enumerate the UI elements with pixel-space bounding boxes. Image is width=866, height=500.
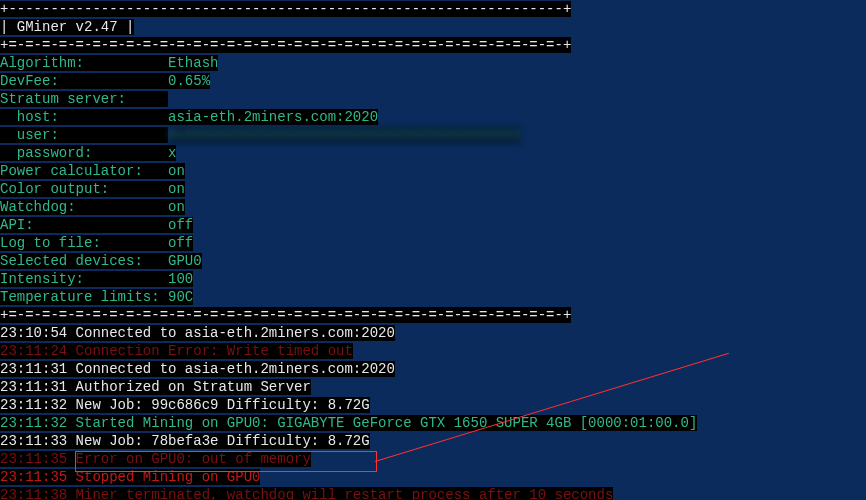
log-line: 23:11:31 Connected to asia-eth.2miners.c… — [0, 361, 395, 377]
log-line: 23:11:24 Connection Error: Write timed o… — [0, 343, 353, 359]
config-label: Selected devices: — [0, 253, 168, 269]
config-value: 90C — [168, 289, 193, 305]
config-value: 0xXXXXXXXXXXXXXXXXXXXXXXXXXXXXXXXXXXXXXX… — [168, 127, 521, 143]
config-label: Algorithm: — [0, 55, 168, 71]
log-line: 23:11:31 Authorized on Stratum Server — [0, 379, 311, 395]
terminal-output: +---------------------------------------… — [0, 0, 866, 500]
log-line: 23:11:35 Stopped Mining on GPU0 — [0, 469, 260, 485]
config-value: off — [168, 217, 193, 233]
config-label: Power calculator: — [0, 163, 168, 179]
log-line: 23:10:54 Connected to asia-eth.2miners.c… — [0, 325, 395, 341]
config-label: Log to file: — [0, 235, 168, 251]
config-label: API: — [0, 217, 168, 233]
config-value: GPU0 — [168, 253, 202, 269]
log-line: 23:11:38 Miner terminated, watchdog will… — [0, 487, 613, 500]
log-section: 23:10:54 Connected to asia-eth.2miners.c… — [0, 324, 866, 500]
config-value: on — [168, 181, 185, 197]
config-value: asia-eth.2miners.com:2020 — [168, 109, 378, 125]
config-value: Ethash — [168, 55, 218, 71]
config-label: Intensity: — [0, 271, 168, 287]
config-section: Algorithm: EthashDevFee: 0.65%Stratum se… — [0, 54, 866, 306]
config-value: on — [168, 163, 185, 179]
config-value: 100 — [168, 271, 193, 287]
config-label: DevFee: — [0, 73, 168, 89]
banner-border-top: +---------------------------------------… — [0, 1, 571, 17]
config-value: on — [168, 199, 185, 215]
log-line: 23:11:35 Error on GPU0: out of memory — [0, 451, 311, 467]
config-label: Watchdog: — [0, 199, 168, 215]
config-value: x — [168, 145, 176, 161]
log-divider: +=-=-=-=-=-=-=-=-=-=-=-=-=-=-=-=-=-=-=-=… — [0, 307, 571, 323]
log-line: 23:11:32 New Job: 99c686c9 Difficulty: 8… — [0, 397, 370, 413]
config-label: password: — [0, 145, 168, 161]
log-line: 23:11:33 New Job: 78befa3e Difficulty: 8… — [0, 433, 370, 449]
config-value: off — [168, 235, 193, 251]
config-label: Color output: — [0, 181, 168, 197]
config-label: host: — [0, 109, 168, 125]
config-value: 0.65% — [168, 73, 210, 89]
config-label: user: — [0, 127, 168, 143]
banner-title: | GMiner v2.47 | — [0, 19, 134, 35]
banner-border-bottom: +=-=-=-=-=-=-=-=-=-=-=-=-=-=-=-=-=-=-=-=… — [0, 37, 571, 53]
config-label: Temperature limits: — [0, 289, 168, 305]
log-line: 23:11:32 Started Mining on GPU0: GIGABYT… — [0, 415, 697, 431]
config-label: Stratum server: — [0, 91, 168, 107]
